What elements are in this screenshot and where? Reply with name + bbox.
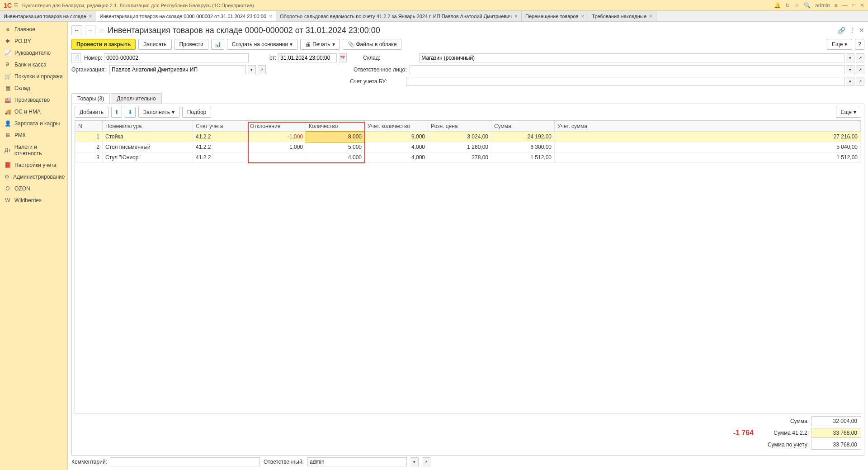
tab-extra[interactable]: Дополнительно — [111, 93, 161, 104]
dropdown-icon[interactable]: ▾ — [410, 457, 419, 466]
post-close-button[interactable]: Провести и закрыть — [71, 39, 136, 50]
dropdown-icon[interactable]: ▾ — [846, 53, 854, 62]
cell-acct[interactable]: 41.2.2 — [193, 142, 247, 152]
open-icon[interactable]: ↗ — [856, 77, 864, 86]
cell-n[interactable]: 1 — [75, 132, 103, 142]
col-item[interactable]: Номенклатура — [103, 121, 193, 132]
link-icon[interactable]: 🔗 — [838, 27, 845, 34]
open-icon[interactable]: ↗ — [422, 457, 430, 466]
cell-sum[interactable]: 24 192,00 — [491, 132, 555, 142]
comment-input[interactable] — [111, 457, 260, 466]
cell-dev[interactable] — [247, 152, 306, 163]
add-row-button[interactable]: Добавить — [75, 107, 108, 118]
sidebar-item[interactable]: ДтНалоги и отчетность — [0, 141, 67, 159]
close-doc-icon[interactable]: ✕ — [859, 27, 864, 34]
cell-item[interactable]: Стойка — [103, 132, 193, 142]
cell-price[interactable]: 378,00 — [428, 152, 491, 163]
number-input[interactable] — [104, 53, 249, 62]
cell-acc-sum[interactable]: 1 512,00 — [555, 152, 861, 163]
settings-icon[interactable]: ≡ — [835, 2, 838, 9]
sidebar-item[interactable]: ⚙Администрирование — [0, 171, 67, 183]
close-tab-icon[interactable]: × — [269, 13, 272, 19]
table-row[interactable]: 1Стойка41.2.2-1,0008,0009,0003 024,0024 … — [75, 132, 861, 142]
close-icon[interactable]: ✕ — [860, 2, 864, 9]
cell-qty[interactable]: 5,000 — [306, 142, 365, 152]
cell-acc-sum[interactable]: 27 216,00 — [555, 132, 861, 142]
close-tab-icon[interactable]: × — [89, 13, 92, 19]
cell-price[interactable]: 1 260,00 — [428, 142, 491, 152]
cell-acc-qty[interactable]: 4,000 — [365, 142, 428, 152]
col-price[interactable]: Розн. цена — [428, 121, 491, 132]
footer-resp-input[interactable] — [307, 457, 407, 466]
open-icon[interactable]: ↗ — [856, 53, 864, 62]
sidebar-item[interactable]: 🏭Производство — [0, 94, 67, 106]
window-tab[interactable]: Инвентаризация товаров на складе× — [0, 11, 96, 21]
dropdown-icon[interactable]: ▾ — [846, 65, 854, 74]
sidebar-item[interactable]: 🚚ОС и НМА — [0, 106, 67, 118]
sidebar-item[interactable]: ≡Главное — [0, 24, 67, 35]
window-tab[interactable]: Оборотно-сальдовая ведомость по счету 41… — [276, 11, 522, 21]
open-icon[interactable]: ↗ — [856, 65, 864, 74]
star-icon[interactable]: ☆ — [794, 2, 799, 9]
bell-icon[interactable]: 🔔 — [774, 2, 781, 9]
close-tab-icon[interactable]: × — [649, 13, 652, 19]
col-acct[interactable]: Счет учета — [193, 121, 247, 132]
cell-sum[interactable]: 1 512,00 — [491, 152, 555, 163]
close-tab-icon[interactable]: × — [581, 13, 584, 19]
sidebar-item[interactable]: 🖥РМК — [0, 129, 67, 141]
sidebar-item[interactable]: ▦Склад — [0, 82, 67, 94]
cell-dev[interactable]: -1,000 — [247, 132, 306, 142]
col-qty[interactable]: Количество — [306, 121, 365, 132]
col-sum[interactable]: Сумма — [491, 121, 555, 132]
responsible-input[interactable] — [410, 65, 844, 74]
cell-item[interactable]: Стул "Юниор" — [103, 152, 193, 163]
print-button[interactable]: 🖨 Печать ▾ — [300, 39, 340, 50]
cell-dev[interactable]: 1,000 — [247, 142, 306, 152]
table-wrapper[interactable]: N Номенклатура Счет учета Отклонение Кол… — [75, 120, 861, 413]
favorite-icon[interactable]: ☆ — [99, 26, 105, 35]
pick-button[interactable]: Подбор — [182, 107, 211, 118]
movement-icon-button[interactable]: 📊 — [211, 39, 224, 50]
create-based-button[interactable]: Создать на основании ▾ — [227, 39, 298, 50]
sidebar-item[interactable]: 🛒Покупки и продажи — [0, 71, 67, 82]
cell-acct[interactable]: 41.2.2 — [193, 132, 247, 142]
user-label[interactable]: admin — [815, 2, 830, 9]
cell-qty[interactable]: 8,000 — [306, 132, 365, 142]
fill-button[interactable]: Заполнить ▾ — [138, 107, 179, 118]
more-button[interactable]: Еще ▾ — [827, 39, 852, 50]
cell-acct[interactable]: 41.2.2 — [193, 152, 247, 163]
cell-sum[interactable]: 6 300,00 — [491, 142, 555, 152]
col-n[interactable]: N — [75, 121, 103, 132]
cell-qty[interactable]: 4,000 — [306, 152, 365, 163]
cell-n[interactable]: 2 — [75, 142, 103, 152]
post-button[interactable]: Провести — [175, 39, 208, 50]
maximize-icon[interactable]: □ — [852, 2, 855, 9]
dropdown-icon[interactable]: ▾ — [846, 77, 854, 86]
col-acc-qty[interactable]: Учет. количество — [365, 121, 428, 132]
account-input[interactable] — [406, 77, 844, 86]
save-button[interactable]: Записать — [138, 39, 171, 50]
window-tab[interactable]: Инвентаризация товаров на складе 0000-00… — [96, 11, 276, 21]
sidebar-item[interactable]: 👤Зарплата и кадры — [0, 118, 67, 129]
table-row[interactable]: 3Стул "Юниор"41.2.24,0004,000378,001 512… — [75, 152, 861, 163]
help-button[interactable]: ? — [855, 39, 864, 50]
dropdown-icon[interactable]: ▾ — [248, 65, 256, 74]
sidebar-item[interactable]: ₽Банк и касса — [0, 59, 67, 71]
sidebar-item[interactable]: ✱PO.BY — [0, 35, 67, 47]
date-input[interactable] — [278, 53, 337, 62]
org-input[interactable] — [109, 65, 246, 74]
forward-button[interactable]: → — [85, 25, 96, 35]
cell-acc-sum[interactable]: 5 040,00 — [555, 142, 861, 152]
calendar-icon[interactable]: 📅 — [339, 53, 347, 62]
cell-item[interactable]: Стол письменный — [103, 142, 193, 152]
kebab-icon[interactable]: ⋮ — [849, 27, 855, 34]
window-tab[interactable]: Требования-накладные× — [588, 11, 656, 21]
sidebar-item[interactable]: OOZON — [0, 183, 67, 195]
table-more-button[interactable]: Еще ▾ — [836, 107, 861, 118]
cell-acc-qty[interactable]: 4,000 — [365, 152, 428, 163]
cell-price[interactable]: 3 024,00 — [428, 132, 491, 142]
cell-acc-qty[interactable]: 9,000 — [365, 132, 428, 142]
col-acc-sum[interactable]: Учет. сумма — [555, 121, 861, 132]
history-icon[interactable]: ↻ — [785, 2, 790, 9]
tab-goods[interactable]: Товары (3) — [71, 93, 110, 104]
